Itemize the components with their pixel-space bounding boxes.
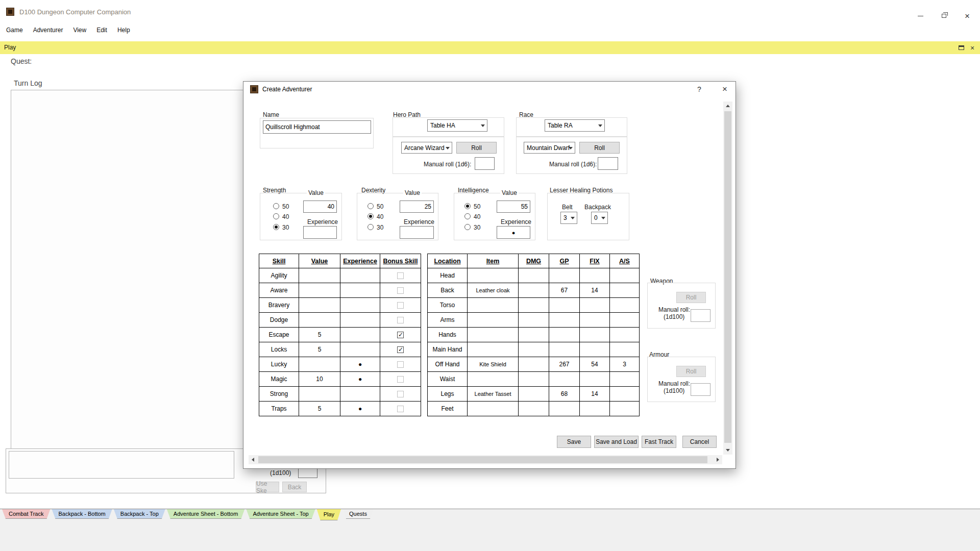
- backpack-select[interactable]: 0: [591, 212, 608, 224]
- dialog-close-button[interactable]: ×: [717, 83, 732, 96]
- weapon-manual-roll-input[interactable]: [691, 309, 710, 322]
- equipment-location: Feet: [428, 402, 468, 416]
- restore-button[interactable]: [935, 9, 952, 22]
- equipment-dmg: [519, 283, 549, 298]
- bonus-skill-checkbox[interactable]: [397, 302, 404, 309]
- armour-manual-roll-input[interactable]: [691, 383, 710, 396]
- tab-backpack-top[interactable]: Backpack - Top: [114, 509, 165, 519]
- equipment-location: Waist: [428, 372, 468, 387]
- use-skill-button[interactable]: Use Ske: [256, 482, 279, 492]
- equipment-row: Hands: [428, 328, 640, 342]
- cancel-button[interactable]: Cancel: [682, 436, 717, 448]
- skill-experience: [340, 342, 380, 357]
- scroll-right-button[interactable]: [714, 455, 722, 464]
- app-titlebar: D100 Dungeon Computer Companion ×: [0, 0, 980, 23]
- equipment-item: Leather Tasset: [468, 387, 519, 402]
- hero-path-roll-button[interactable]: Roll: [456, 142, 497, 154]
- bonus-skill-checkbox[interactable]: [397, 272, 404, 279]
- save-and-load-button[interactable]: Save and Load: [594, 436, 639, 448]
- menu-help[interactable]: Help: [112, 24, 135, 36]
- menu-view[interactable]: View: [68, 24, 91, 36]
- skills-row: Locks5: [259, 342, 421, 357]
- hero-path-class-select[interactable]: Arcane Wizard: [401, 142, 452, 154]
- armour-manual-roll-sub: (1d100): [664, 387, 684, 394]
- equipment-as: [610, 298, 640, 313]
- equipment-header-item: Item: [468, 254, 519, 268]
- bonus-skill-checkbox[interactable]: [397, 361, 404, 368]
- tab-backpack-bottom[interactable]: Backpack - Bottom: [52, 509, 112, 519]
- dexterity-40-radio[interactable]: [368, 213, 374, 219]
- dexterity-50-radio[interactable]: [368, 203, 374, 209]
- hero-path-table-select[interactable]: Table HA: [427, 119, 487, 132]
- tab-adventure-sheet-bottom[interactable]: Adventure Sheet - Bottom: [167, 509, 245, 519]
- skills-table: Skill Value Experience Bonus Skill Agili…: [259, 254, 421, 416]
- equipment-dmg: [519, 387, 549, 402]
- bonus-skill-checkbox[interactable]: [397, 317, 404, 323]
- tab-adventure-sheet-top[interactable]: Adventure Sheet - Top: [246, 509, 315, 519]
- armour-manual-roll-label: Manual roll:: [658, 380, 690, 387]
- equipment-as: [610, 268, 640, 283]
- race-select[interactable]: Mountain Dwarf: [524, 142, 575, 154]
- panel-float-button[interactable]: [957, 43, 966, 52]
- dexterity-value-input[interactable]: [400, 201, 434, 213]
- close-button[interactable]: ×: [959, 9, 976, 22]
- bonus-skill-checkbox[interactable]: [397, 346, 404, 353]
- intelligence-50-radio[interactable]: [464, 203, 471, 209]
- manual-roll-hint: (1d100): [270, 469, 291, 477]
- strength-30-radio[interactable]: [273, 224, 279, 230]
- armour-roll-button[interactable]: Roll: [676, 366, 706, 377]
- bonus-skill-checkbox[interactable]: [397, 332, 404, 338]
- panel-close-icon: ×: [970, 44, 974, 52]
- race-roll-button[interactable]: Roll: [579, 142, 620, 154]
- equipment-location: Back: [428, 283, 468, 298]
- intelligence-experience-input[interactable]: [497, 226, 530, 239]
- bonus-skill-checkbox[interactable]: [397, 391, 404, 397]
- dexterity-30-radio[interactable]: [368, 224, 374, 230]
- strength-40-radio[interactable]: [273, 213, 279, 219]
- vertical-scroll-thumb[interactable]: [724, 111, 731, 443]
- menu-edit[interactable]: Edit: [91, 24, 112, 36]
- intelligence-30-radio[interactable]: [464, 224, 471, 230]
- equipment-fix: [580, 342, 610, 357]
- belt-select[interactable]: 3: [560, 212, 577, 224]
- bonus-skill-checkbox[interactable]: [397, 406, 404, 412]
- equipment-location: Head: [428, 268, 468, 283]
- scroll-down-button[interactable]: [723, 446, 732, 455]
- strength-value-label: Value: [307, 189, 325, 196]
- name-input[interactable]: [263, 120, 371, 134]
- back-button[interactable]: Back: [282, 482, 307, 492]
- scroll-up-button[interactable]: [723, 102, 732, 110]
- tab-combat-track[interactable]: Combat Track: [2, 509, 50, 519]
- equipment-dmg: [519, 313, 549, 328]
- menu-game[interactable]: Game: [1, 24, 28, 36]
- skill-name: Traps: [259, 402, 299, 416]
- hero-path-manual-roll-input[interactable]: [475, 157, 495, 170]
- dexterity-experience-input[interactable]: [400, 226, 434, 239]
- panel-close-button[interactable]: ×: [968, 43, 977, 52]
- scroll-left-button[interactable]: [249, 455, 257, 464]
- tab-play[interactable]: Play: [317, 509, 341, 520]
- skills-row: Lucky●: [259, 357, 421, 372]
- minimize-button[interactable]: [912, 9, 929, 22]
- race-manual-roll-input[interactable]: [598, 157, 618, 170]
- bonus-skill-checkbox[interactable]: [397, 287, 404, 294]
- strength-40-label: 40: [282, 213, 289, 220]
- menu-adventurer[interactable]: Adventurer: [28, 24, 68, 36]
- potions-groupbox: [547, 193, 629, 240]
- intelligence-40-radio[interactable]: [464, 213, 471, 219]
- intelligence-value-input[interactable]: [497, 201, 530, 213]
- dialog-help-button[interactable]: ?: [692, 83, 707, 96]
- strength-experience-input[interactable]: [303, 226, 337, 239]
- tab-quests[interactable]: Quests: [342, 509, 374, 519]
- equipment-location: Hands: [428, 328, 468, 342]
- equipment-item: [468, 402, 519, 416]
- race-table-select[interactable]: Table RA: [545, 119, 605, 132]
- fast-track-button[interactable]: Fast Track: [642, 436, 676, 448]
- horizontal-scroll-thumb[interactable]: [258, 456, 707, 463]
- weapon-roll-button[interactable]: Roll: [676, 292, 706, 303]
- save-button[interactable]: Save: [557, 436, 591, 448]
- bonus-skill-checkbox[interactable]: [397, 376, 404, 383]
- strength-value-input[interactable]: [303, 201, 337, 213]
- strength-50-radio[interactable]: [273, 203, 279, 209]
- skill-bonus-cell: [380, 313, 421, 328]
